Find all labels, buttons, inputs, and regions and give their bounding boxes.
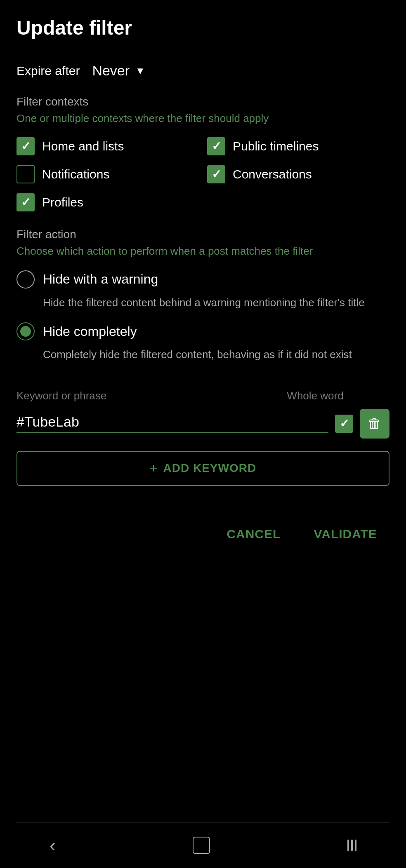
filter-action-section: Filter action Choose which action to per… <box>17 228 389 374</box>
checkbox-home-lists-label: Home and lists <box>42 139 124 153</box>
page-container: Update filter Expire after Never ▼ Filte… <box>0 0 406 868</box>
checkbox-conversations-label: Conversations <box>233 167 312 181</box>
action-buttons: CANCEL VALIDATE <box>17 523 389 545</box>
checkbox-conversations-box: ✓ <box>207 165 225 183</box>
checkbox-grid: ✓ Home and lists ✓ Public timelines Noti… <box>17 137 389 211</box>
whole-word-checkmark-icon: ✓ <box>340 418 349 429</box>
checkmark-icon: ✓ <box>212 169 221 180</box>
back-icon[interactable]: ‹ <box>50 835 56 856</box>
checkbox-profiles-box: ✓ <box>17 193 35 211</box>
dropdown-arrow-icon: ▼ <box>135 65 145 77</box>
filter-action-title: Filter action <box>17 228 389 241</box>
checkbox-conversations[interactable]: ✓ Conversations <box>207 165 389 183</box>
validate-button[interactable]: VALIDATE <box>305 523 385 545</box>
checkmark-icon: ✓ <box>21 141 31 152</box>
home-icon[interactable] <box>193 837 210 854</box>
radio-hide-completely[interactable]: Hide completely <box>17 322 389 340</box>
checkmark-icon: ✓ <box>212 141 221 152</box>
radio-hide-warning-description: Hide the filtered content behind a warni… <box>43 295 389 310</box>
keyword-input-wrapper <box>17 414 328 433</box>
checkbox-notifications-label: Notifications <box>42 167 109 181</box>
expire-dropdown[interactable]: Never ▼ <box>92 63 145 79</box>
checkbox-public-timelines[interactable]: ✓ Public timelines <box>207 137 389 155</box>
checkbox-notifications-box <box>17 165 35 183</box>
add-keyword-button[interactable]: + ADD KEYWORD <box>17 451 389 486</box>
delete-keyword-button[interactable]: 🗑 <box>360 409 389 439</box>
radio-hide-completely-description: Completely hide the filtered content, be… <box>43 347 389 362</box>
checkmark-icon: ✓ <box>21 197 31 208</box>
radio-hide-completely-circle <box>17 322 35 340</box>
whole-word-checkbox[interactable]: ✓ <box>335 415 353 433</box>
cancel-button[interactable]: CANCEL <box>218 523 289 545</box>
radio-selected-dot <box>20 326 31 337</box>
radio-hide-warning-label: Hide with a warning <box>43 272 158 287</box>
checkbox-home-lists-box: ✓ <box>17 137 35 155</box>
radio-hide-warning-circle <box>17 270 35 289</box>
whole-word-col-label: Whole word <box>274 389 356 402</box>
filter-contexts-title: Filter contexts <box>17 95 389 108</box>
filter-contexts-section: Filter contexts One or multiple contexts… <box>17 95 389 211</box>
checkbox-profiles-label: Profiles <box>42 195 83 209</box>
keyword-section: Keyword or phrase Whole word ✓ 🗑 + ADD K… <box>17 389 389 486</box>
radio-hide-warning[interactable]: Hide with a warning <box>17 270 389 289</box>
keyword-col-label: Keyword or phrase <box>17 389 274 402</box>
checkbox-notifications[interactable]: Notifications <box>17 165 199 183</box>
filter-action-subtitle: Choose which action to perform when a po… <box>17 244 389 258</box>
filter-contexts-subtitle: One or multiple contexts where the filte… <box>17 111 389 126</box>
checkbox-profiles[interactable]: ✓ Profiles <box>17 193 199 211</box>
expire-label: Expire after <box>17 64 80 78</box>
radio-hide-completely-label: Hide completely <box>43 324 137 339</box>
delete-spacer <box>356 389 389 402</box>
plus-icon: + <box>150 461 158 476</box>
nav-bar: ‹ <box>17 822 389 868</box>
keyword-header: Keyword or phrase Whole word <box>17 389 389 402</box>
checkbox-public-timelines-box: ✓ <box>207 137 225 155</box>
add-keyword-label: ADD KEYWORD <box>163 462 257 475</box>
menu-icon[interactable] <box>347 840 356 851</box>
keyword-row: ✓ 🗑 <box>17 409 389 439</box>
expire-dropdown-value: Never <box>92 63 130 79</box>
checkbox-public-timelines-label: Public timelines <box>233 139 319 153</box>
keyword-input[interactable] <box>17 414 328 430</box>
page-title: Update filter <box>17 16 389 46</box>
checkbox-home-lists[interactable]: ✓ Home and lists <box>17 137 199 155</box>
expire-section: Expire after Never ▼ <box>17 63 389 79</box>
trash-icon: 🗑 <box>368 415 382 432</box>
